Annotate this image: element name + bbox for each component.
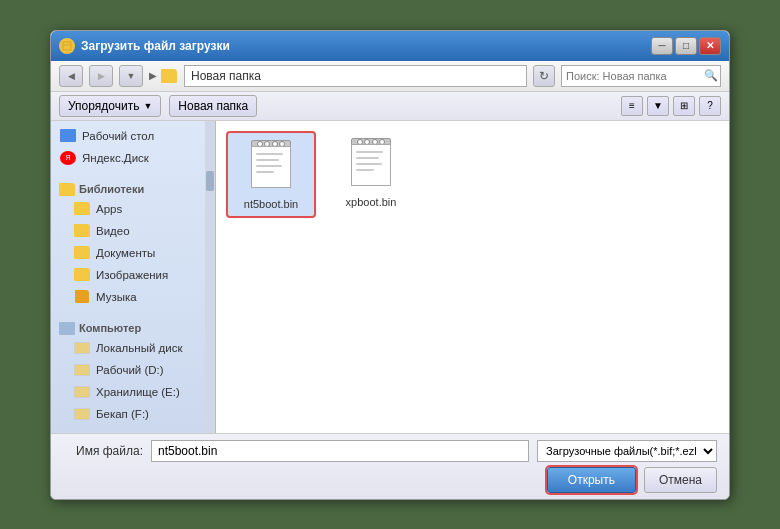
sidebar-section-libraries: Библиотеки: [51, 177, 205, 198]
cancel-button[interactable]: Отмена: [644, 467, 717, 493]
sidebar-item-apps[interactable]: Apps: [51, 198, 205, 220]
address-text: Новая папка: [191, 69, 261, 83]
main-area: Рабочий стол Я Яндекс.Диск Библиотеки: [51, 121, 729, 433]
bottom-bar: Имя файла: Загрузочные файлы(*.bif;*.ezl…: [51, 433, 729, 499]
sidebar-label-music: Музыка: [96, 291, 137, 303]
icon-line4: [256, 171, 274, 173]
file-icon-nt5boot: [241, 139, 301, 194]
sidebar-label-storage: Хранилище (E:): [96, 386, 180, 398]
sidebar-label-localdisk: Локальный диск: [96, 342, 182, 354]
notepad-icon-nt5boot: [247, 140, 295, 192]
action-toolbar: Упорядочить ▼ Новая папка ≡ ▼ ⊞ ?: [51, 92, 729, 121]
forward-button[interactable]: ▶: [89, 65, 113, 87]
sidebar-label-desktop: Рабочий стол: [82, 130, 154, 142]
address-bar: ▶ Новая папка: [149, 65, 527, 87]
dialog-window: Загрузить файл загрузки ─ □ ✕ ◀ ▶ ▼ ▶ Но…: [50, 30, 730, 500]
dropdown-arrow-button[interactable]: ▼: [119, 65, 143, 87]
address-arrow: ▶: [149, 70, 157, 81]
title-bar-icon: [59, 38, 75, 54]
sidebar-label-backup: Бекап (F:): [96, 408, 149, 420]
yadisk-icon: Я: [59, 150, 77, 166]
sidebar-section-libraries-label: Библиотеки: [79, 183, 144, 195]
music-folder-icon: [73, 289, 91, 305]
search-icon[interactable]: 🔍: [704, 69, 718, 82]
sidebar-inner: Рабочий стол Я Яндекс.Диск Библиотеки: [51, 121, 205, 433]
sidebar-item-yadisk[interactable]: Я Яндекс.Диск: [51, 147, 205, 169]
filename-input[interactable]: [151, 440, 529, 462]
filename-label: Имя файла:: [63, 444, 143, 458]
open-button[interactable]: Открыть: [547, 467, 636, 493]
address-input[interactable]: Новая папка: [184, 65, 527, 87]
buttons-row: Открыть Отмена: [63, 467, 717, 493]
sidebar-item-music[interactable]: Музыка: [51, 286, 205, 308]
view-list-button[interactable]: ≡: [621, 96, 643, 116]
sidebar-label-video: Видео: [96, 225, 130, 237]
xpboot-line2: [356, 157, 379, 159]
sidebar-scrollbar[interactable]: [205, 121, 215, 433]
sidebar-item-images[interactable]: Изображения: [51, 264, 205, 286]
video-folder-icon: [73, 223, 91, 239]
title-bar: Загрузить файл загрузки ─ □ ✕: [51, 31, 729, 61]
search-input[interactable]: [566, 70, 704, 82]
sidebar-item-workdisk[interactable]: Рабочий (D:): [51, 359, 205, 381]
xpboot-icon-body: [351, 144, 391, 186]
documents-folder-icon: [73, 245, 91, 261]
file-item-nt5boot[interactable]: nt5boot.bin: [226, 131, 316, 218]
computer-icon: [59, 322, 75, 335]
view-grid-button[interactable]: ⊞: [673, 96, 695, 116]
filetype-select[interactable]: Загрузочные файлы(*.bif;*.ezl: [537, 440, 717, 462]
storage-icon: [73, 384, 91, 400]
sidebar-item-video[interactable]: Видео: [51, 220, 205, 242]
help-button[interactable]: ?: [699, 96, 721, 116]
sidebar-item-desktop[interactable]: Рабочий стол: [51, 125, 205, 147]
sidebar: Рабочий стол Я Яндекс.Диск Библиотеки: [51, 121, 216, 433]
filename-row: Имя файла: Загрузочные файлы(*.bif;*.ezl: [63, 440, 717, 462]
file-label-xpboot: xpboot.bin: [346, 196, 397, 208]
sidebar-item-documents[interactable]: Документы: [51, 242, 205, 264]
workdisk-icon: [73, 362, 91, 378]
new-folder-label: Новая папка: [178, 99, 248, 113]
icon-line3: [256, 165, 282, 167]
localdisk-icon: [73, 340, 91, 356]
desktop-icon: [59, 128, 77, 144]
xpboot-line4: [356, 169, 374, 171]
sidebar-section-computer: Компьютер: [51, 316, 205, 337]
sidebar-item-localdisk[interactable]: Локальный диск: [51, 337, 205, 359]
organize-label: Упорядочить: [68, 99, 139, 113]
files-grid: nt5boot.bin: [226, 131, 719, 218]
file-content-area: nt5boot.bin: [216, 121, 729, 433]
icon-line1: [256, 153, 283, 155]
dialog-title: Загрузить файл загрузки: [81, 39, 651, 53]
back-button[interactable]: ◀: [59, 65, 83, 87]
organize-arrow-icon: ▼: [143, 101, 152, 111]
search-bar: 🔍: [561, 65, 721, 87]
maximize-button[interactable]: □: [675, 37, 697, 55]
minimize-button[interactable]: ─: [651, 37, 673, 55]
sidebar-item-backup[interactable]: Бекап (F:): [51, 403, 205, 425]
icon-line2: [256, 159, 279, 161]
folder-icon: [161, 69, 177, 83]
apps-folder-icon: [73, 201, 91, 217]
refresh-button[interactable]: ↻: [533, 65, 555, 87]
sidebar-label-workdisk: Рабочий (D:): [96, 364, 164, 376]
sidebar-section-computer-label: Компьютер: [79, 322, 141, 334]
close-button[interactable]: ✕: [699, 37, 721, 55]
file-item-xpboot[interactable]: xpboot.bin: [326, 131, 416, 218]
xpboot-line3: [356, 163, 382, 165]
sidebar-label-images: Изображения: [96, 269, 168, 281]
sidebar-label-yadisk: Яндекс.Диск: [82, 152, 149, 164]
images-folder-icon: [73, 267, 91, 283]
navigation-toolbar: ◀ ▶ ▼ ▶ Новая папка ↻ 🔍: [51, 61, 729, 92]
view-controls: ≡ ▼ ⊞ ?: [621, 96, 721, 116]
file-label-nt5boot: nt5boot.bin: [244, 198, 298, 210]
libraries-folder-icon: [59, 183, 75, 196]
backup-icon: [73, 406, 91, 422]
view-dropdown-button[interactable]: ▼: [647, 96, 669, 116]
svg-rect-0: [63, 42, 71, 50]
organize-button[interactable]: Упорядочить ▼: [59, 95, 161, 117]
sidebar-label-apps: Apps: [96, 203, 122, 215]
sidebar-item-storage[interactable]: Хранилище (E:): [51, 381, 205, 403]
sidebar-label-documents: Документы: [96, 247, 155, 259]
new-folder-button[interactable]: Новая папка: [169, 95, 257, 117]
title-bar-buttons: ─ □ ✕: [651, 37, 721, 55]
